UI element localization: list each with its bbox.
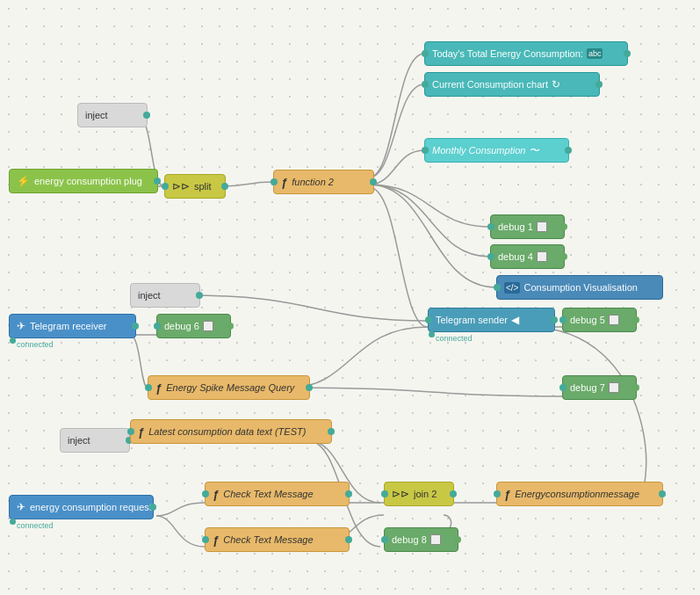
split-label: split [194, 181, 212, 192]
energy-spike-node[interactable]: ƒ Energy Spike Message Query [148, 375, 310, 400]
check-text1-in-port[interactable] [202, 490, 209, 497]
debug1-node[interactable]: debug 1 [490, 214, 565, 239]
today-energy-node[interactable]: Today's Total Energy Consumption: abc [424, 41, 628, 66]
energy-msg-icon: ƒ [504, 488, 510, 501]
check-text1-node[interactable]: ƒ Check Text Message [205, 482, 350, 506]
latest-consumption-node[interactable]: ƒ Latest consumption data text (TEST) [130, 419, 332, 444]
telegram-recv-icon: ✈ [17, 320, 25, 332]
inject1-node[interactable]: inject [77, 103, 148, 127]
today-energy-label: Today's Total Energy Consumption: [432, 48, 583, 59]
telegram-recv-node[interactable]: ✈ Telegram receiver connected [9, 314, 136, 338]
latest-consumption-label: Latest consumption data text (TEST) [148, 426, 306, 437]
monthly-in-port[interactable] [422, 147, 429, 154]
energy-request-connected-label: connected [17, 521, 54, 530]
chart-icon: ↻ [552, 78, 560, 91]
energy-request-node[interactable]: ✈ energy consumption request connected [9, 495, 154, 519]
telegram-send-label: Telegram sender [436, 315, 508, 325]
wave-icon: 〜 [529, 143, 539, 158]
check-text2-in-port[interactable] [202, 536, 209, 543]
debug8-label: debug 8 [392, 534, 427, 545]
split-node[interactable]: ⊳⊳ split [164, 174, 226, 199]
telegram-send-connected-label: connected [436, 334, 473, 343]
monthly-label: Monthly Consumption [432, 145, 525, 156]
energy-spike-in-port[interactable] [145, 384, 152, 391]
join2-out-port[interactable] [450, 490, 457, 497]
check-text2-out-port[interactable] [345, 536, 352, 543]
debug6-out [227, 323, 234, 330]
check-text1-icon: ƒ [213, 488, 219, 501]
today-energy-out-port[interactable] [624, 50, 631, 57]
check-text1-label: Check Text Message [223, 489, 313, 499]
consumption-vis-node[interactable]: </> Consumption Visualisation [496, 275, 663, 300]
energy-plug-node[interactable]: ⚡ energy consumption plug [9, 169, 158, 193]
debug7-node[interactable]: debug 7 [562, 375, 637, 400]
latest-consumption-icon: ƒ [138, 425, 144, 439]
energy-request-connected-dot [10, 519, 16, 525]
debug4-node[interactable]: debug 4 [490, 244, 565, 269]
debug6-node[interactable]: debug 6 [156, 314, 231, 338]
current-chart-node[interactable]: Current Consumption chart ↻ [424, 72, 600, 97]
debug7-in-port[interactable] [559, 384, 566, 391]
monthly-out-port[interactable] [565, 147, 572, 154]
debug7-out [632, 384, 639, 391]
today-energy-in-port[interactable] [422, 50, 429, 57]
split-out-port[interactable] [221, 183, 228, 190]
energy-msg-node[interactable]: ƒ Energyconsumptionmessage [496, 482, 663, 506]
debug5-out [632, 316, 639, 323]
consumption-vis-in-port[interactable] [494, 284, 501, 291]
function2-in-port[interactable] [271, 178, 278, 185]
debug8-node[interactable]: debug 8 [384, 527, 458, 552]
function2-node[interactable]: ƒ function 2 [273, 170, 374, 194]
check-text2-node[interactable]: ƒ Check Text Message [205, 527, 350, 552]
function2-out-port[interactable] [370, 178, 377, 185]
check-text1-out-port[interactable] [345, 490, 352, 497]
energy-plug-out-port[interactable] [154, 178, 161, 185]
debug5-in-port[interactable] [559, 316, 566, 323]
energy-request-out-port[interactable] [149, 504, 156, 511]
debug4-icon [537, 251, 547, 262]
telegram-send-out-port[interactable] [551, 316, 558, 323]
energy-spike-out-port[interactable] [306, 384, 313, 391]
energy-msg-out-port[interactable] [659, 490, 666, 497]
debug1-in-port[interactable] [487, 223, 494, 230]
debug1-icon [537, 221, 547, 232]
telegram-send-in-port[interactable] [425, 316, 432, 323]
debug4-out [560, 253, 567, 260]
energy-msg-label: Energyconsumptionmessage [515, 489, 639, 499]
join2-in-port[interactable] [381, 490, 388, 497]
check-text2-label: Check Text Message [223, 534, 313, 545]
latest-consumption-out-port[interactable] [328, 428, 335, 435]
split-in-port[interactable] [162, 183, 169, 190]
function2-label: function 2 [292, 177, 334, 187]
debug6-label: debug 6 [164, 321, 199, 331]
telegram-send-node[interactable]: Telegram sender ◀ connected [428, 308, 555, 332]
inject3-node[interactable]: inject [60, 428, 130, 453]
telegram-send-arrow: ◀ [511, 314, 519, 326]
plug-icon: ⚡ [17, 175, 30, 187]
current-chart-in-port[interactable] [422, 81, 429, 88]
energy-spike-label: Energy Spike Message Query [166, 382, 294, 393]
energy-request-label: energy consumption request [30, 502, 152, 512]
debug6-in-port[interactable] [154, 323, 161, 330]
debug5-label: debug 5 [570, 315, 605, 325]
debug8-icon [430, 534, 441, 545]
monthly-node[interactable]: Monthly Consumption 〜 [424, 138, 569, 163]
inject2-node[interactable]: inject [130, 283, 200, 308]
telegram-recv-out-port[interactable] [132, 323, 139, 330]
join2-node[interactable]: ⊳⊳ join 2 [384, 482, 454, 506]
inject2-out-port[interactable] [196, 292, 203, 299]
energy-msg-in-port[interactable] [494, 490, 501, 497]
abc-icon: abc [587, 48, 603, 59]
inject1-label: inject [85, 110, 108, 120]
html-icon: </> [504, 282, 520, 294]
debug4-label: debug 4 [498, 251, 533, 262]
debug7-label: debug 7 [570, 382, 605, 393]
current-chart-out-port[interactable] [595, 81, 603, 88]
inject1-out-port[interactable] [143, 112, 150, 119]
debug4-in-port[interactable] [487, 253, 494, 260]
debug5-node[interactable]: debug 5 [562, 308, 637, 332]
telegram-recv-connected-label: connected [17, 340, 54, 349]
debug8-in-port[interactable] [381, 536, 388, 543]
energy-spike-icon: ƒ [155, 381, 162, 395]
latest-consumption-in-port[interactable] [127, 428, 134, 435]
